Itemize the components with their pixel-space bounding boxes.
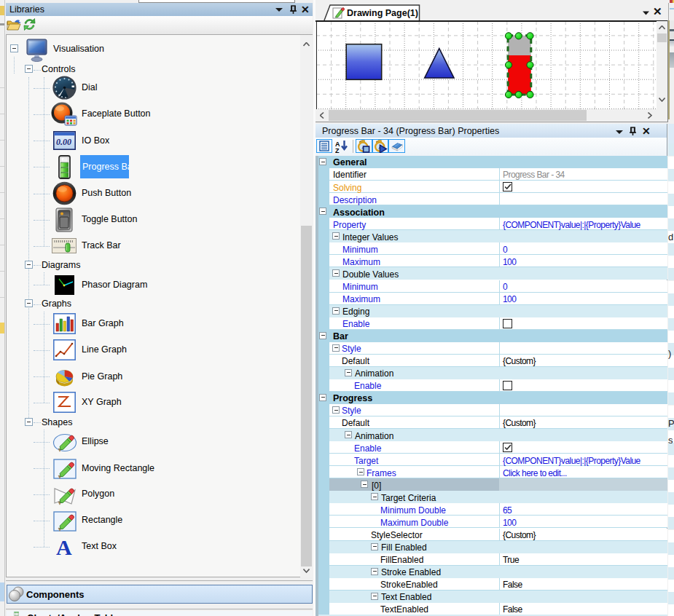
svg-text:Z: Z: [335, 147, 340, 154]
svg-text:A: A: [56, 535, 72, 558]
svg-text:0.00: 0.00: [56, 137, 71, 147]
